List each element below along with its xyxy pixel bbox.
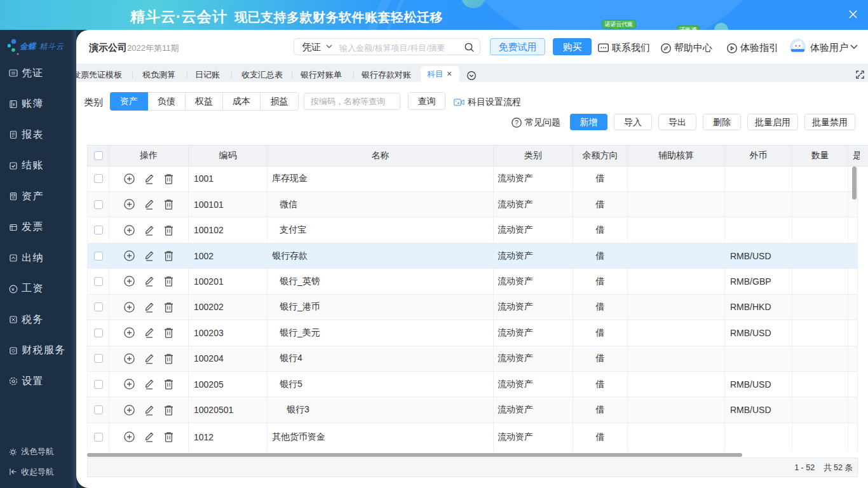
svg-text:¥: ¥ (11, 286, 15, 292)
svg-text:金蝶: 金蝶 (20, 42, 37, 51)
svg-text:?: ? (515, 119, 519, 126)
svg-text:¥: ¥ (13, 102, 16, 106)
svg-text:精斗云: 精斗云 (39, 42, 64, 51)
